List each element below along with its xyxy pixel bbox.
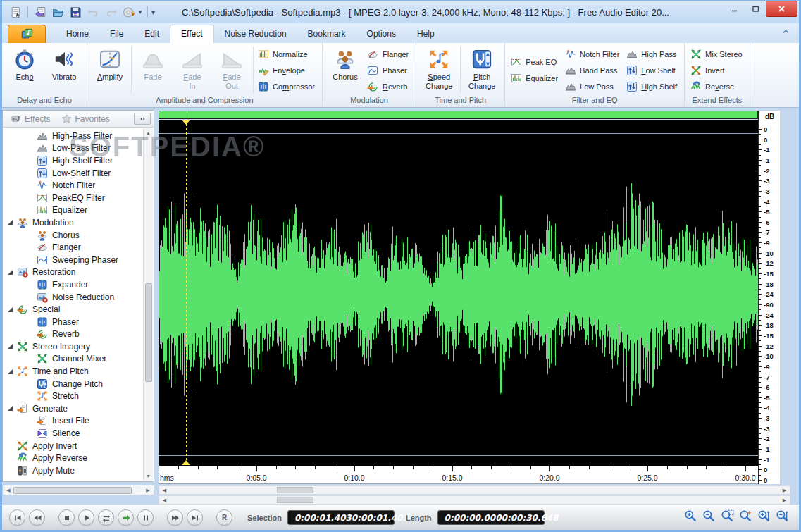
tree-item-peakeq-filter[interactable]: PeakEQ Filter [3,192,143,204]
ribbon-collapse-button[interactable] [781,26,790,39]
scroll-left-icon[interactable]: ◀ [4,485,13,495]
tree-item-special[interactable]: Special [3,303,143,316]
tree-item-reverb[interactable]: Reverb [3,328,143,341]
peak-eq-button[interactable]: Peak EQ [508,54,562,70]
zoom-in-button[interactable] [684,509,697,526]
tab-bookmark[interactable]: Bookmark [297,25,356,43]
go-to-start-button[interactable] [9,509,25,526]
redo-button[interactable] [103,4,118,20]
phaser-button[interactable]: Phaser [365,62,413,78]
go-to-end-button[interactable] [187,509,203,526]
undo-button[interactable] [85,4,101,20]
tree-item-notch-filter[interactable]: Notch Filter [3,179,143,192]
application-menu-button[interactable] [8,25,46,43]
minimize-button[interactable] [724,1,745,16]
scrollbar-thumb[interactable] [145,283,152,382]
reverse-button[interactable]: Reverse [688,78,747,94]
scroll-right-icon[interactable]: ▶ [143,485,153,495]
expand-triangle-icon[interactable] [8,307,13,312]
open-folder-button[interactable] [50,4,66,20]
reverb-button[interactable]: Reverb [365,78,413,94]
normalize-button[interactable]: Normalize [255,46,319,62]
flanger-button[interactable]: Flanger [365,46,413,62]
scroll-down-icon[interactable]: ▼ [144,471,153,481]
fast-forward-button[interactable] [167,509,183,526]
amplify-button[interactable]: Amplify [90,45,130,95]
pitch-change-button[interactable]: PitchChange [462,45,502,95]
high-shelf-button[interactable]: High Shelf [623,78,681,94]
rewind-button[interactable] [29,509,45,526]
tree-item-channel-mixer[interactable]: Channel Mixer [3,353,143,366]
save-button[interactable] [68,4,83,20]
expand-triangle-icon[interactable] [8,344,13,349]
pause-button[interactable] [137,509,154,526]
tree-item-silence[interactable]: Silence [3,427,143,440]
play-button[interactable] [78,509,94,526]
sidebar-tab-favorites[interactable]: Favorites [56,112,115,125]
equalizer-button[interactable]: Equalizer [508,70,562,87]
dropdown-caret-icon[interactable]: ▼ [137,9,143,16]
mix-stereo-button[interactable]: Mix Stereo [688,46,747,62]
expand-triangle-icon[interactable] [8,220,13,225]
vertical-zoom-in-button[interactable] [757,509,771,526]
scrollbar-thumb[interactable] [13,487,132,494]
tree-item-restoration[interactable]: Restoration [3,266,143,279]
tree-item-equalizer[interactable]: Equalizer [3,204,143,217]
tree-item-expander[interactable]: Expander [3,278,143,291]
expand-triangle-icon[interactable] [8,406,13,411]
sidebar-horizontal-scrollbar[interactable]: ◀ ▶ [2,485,154,495]
tab-edit[interactable]: Edit [134,25,170,43]
tree-item-apply-invert[interactable]: Apply Invert [3,440,143,452]
band-pass-button[interactable]: Band Pass [562,62,623,78]
tree-item-stretch[interactable]: Stretch [3,390,143,402]
waveform-display[interactable] [159,133,758,456]
cursor-marker-bottom[interactable] [182,460,190,465]
tree-item-chorus[interactable]: Chorus [3,229,143,242]
low-shelf-button[interactable]: Low Shelf [623,62,681,78]
tab-home[interactable]: Home [56,25,99,43]
tab-file[interactable]: File [99,25,134,43]
tab-effect[interactable]: Effect [170,25,213,43]
loop-button[interactable] [98,509,114,526]
expand-triangle-icon[interactable] [8,369,13,374]
overview-position-bar[interactable] [159,111,758,119]
open-file-button[interactable] [32,4,48,20]
scroll-left-icon[interactable]: ◀ [160,496,169,504]
high-pass-button[interactable]: High Pass [623,46,681,62]
compressor-button[interactable]: Compressor [255,78,319,94]
play-selection-button[interactable] [118,509,134,526]
scrollbar-thumb[interactable] [277,487,313,493]
tree-item-high-shelf-filter[interactable]: High-Shelf Filter [3,154,143,167]
low-pass-button[interactable]: Low Pass [562,78,623,94]
tree-item-flanger[interactable]: Flanger [3,241,143,254]
tree-item-sweeping-phaser[interactable]: Sweeping Phaser [3,254,143,266]
playback-cursor[interactable] [186,120,187,466]
tree-item-modulation[interactable]: Modulation [3,216,143,229]
new-file-button[interactable] [8,4,23,20]
envelope-button[interactable]: Envelope [255,62,319,78]
speed-change-button[interactable]: SpeedChange [419,45,459,95]
tree-item-insert-file[interactable]: Insert File [3,415,143,428]
sidebar-vertical-scrollbar[interactable]: ▲ ▼ [143,128,153,481]
tree-item-phaser[interactable]: Phaser [3,316,143,328]
tree-item-apply-reverse[interactable]: Apply Reverse [3,452,143,464]
expand-triangle-icon[interactable] [8,270,13,275]
waveform-scrollbar-1[interactable]: ◀ ▶ [159,485,790,495]
chorus-button[interactable]: Chorus [325,45,365,95]
vertical-zoom-out-button[interactable] [776,509,789,526]
burn-cd-button[interactable] [120,4,136,20]
tree-item-low-pass-filter[interactable]: Low-Pass Filter [3,142,143,155]
invert-button[interactable]: Invert [688,62,747,78]
tab-noise-reduction[interactable]: Noise Reduction [214,25,297,43]
scroll-right-icon[interactable]: ▶ [780,496,789,504]
maximize-button[interactable] [745,1,766,16]
vibrato-button[interactable]: Vibrato [44,45,84,95]
zoom-selection-button[interactable] [721,509,734,526]
tree-item-change-pitch[interactable]: Change Pitch [3,378,143,390]
echo-button[interactable]: Echo [5,45,44,95]
scroll-up-icon[interactable]: ▲ [144,128,153,137]
tree-item-low-shelf-filter[interactable]: Low-Shelf Filter [3,167,143,180]
tab-options[interactable]: Options [356,25,406,43]
tab-help[interactable]: Help [406,25,445,43]
scroll-right-icon[interactable]: ▶ [780,486,789,494]
